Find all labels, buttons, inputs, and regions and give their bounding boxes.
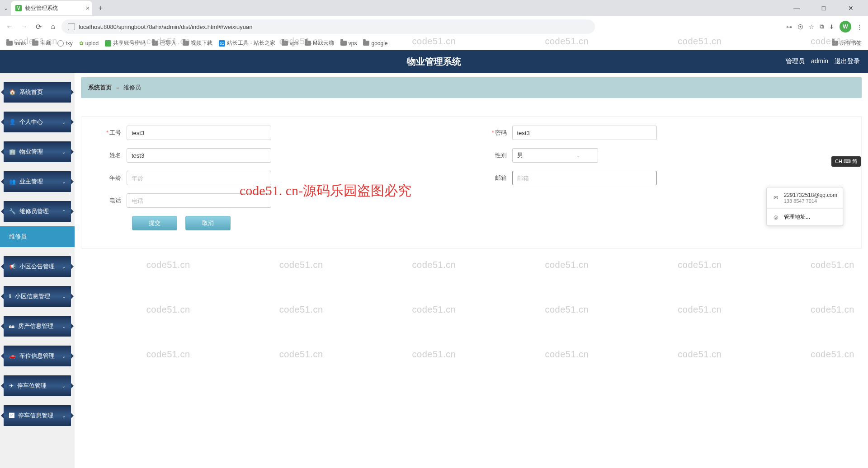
label-mima: *密码 — [485, 129, 512, 137]
sidebar-item-parkspace[interactable]: ✈停车位管理⌄ — [4, 375, 71, 396]
sidebar-item-label: 系统首页 — [19, 88, 43, 96]
menu-icon[interactable]: ⋮ — [857, 23, 863, 30]
cancel-button[interactable]: 取消 — [185, 216, 231, 230]
download-icon[interactable]: ⬇ — [829, 23, 834, 30]
nianling-input[interactable] — [127, 171, 271, 185]
autofill-manage-label: 管理地址... — [784, 213, 810, 221]
sidebar-item-home[interactable]: 🏠系统首页 — [4, 82, 71, 103]
chevron-up-icon: ⌃ — [62, 209, 66, 214]
bookmark-item[interactable]: google — [363, 40, 387, 47]
sidebar-item-community[interactable]: ℹ小区信息管理⌄ — [4, 286, 71, 307]
bookmark-item[interactable]: vpn — [282, 40, 298, 47]
forward-icon[interactable]: → — [20, 23, 28, 31]
user-icon: 👤 — [9, 119, 16, 125]
sidebar-item-parkinfo[interactable]: 🚗车位信息管理⌄ — [4, 346, 71, 366]
url-text: localhost:8080/springboot78ahx/admin/dis… — [79, 23, 252, 30]
sidebar-item-profile[interactable]: 👤个人中心⌄ — [4, 112, 71, 132]
window-controls: — □ ✕ — [788, 5, 864, 12]
home-icon[interactable]: ⌂ — [49, 23, 57, 31]
label-dianhua: 电话 — [99, 197, 127, 205]
bookmark-item[interactable]: 视频下载 — [183, 39, 212, 47]
ime-indicator[interactable]: CH ⌨ 简 — [831, 156, 861, 167]
reload-icon[interactable]: ⟳ — [34, 23, 42, 31]
browser-tab[interactable]: V 物业管理系统 × — [11, 1, 92, 15]
users-icon: 👥 — [9, 178, 16, 185]
xingming-input[interactable] — [127, 148, 271, 163]
close-icon[interactable]: × — [86, 5, 90, 12]
bookmark-item[interactable]: ✿uplod — [79, 40, 99, 47]
extensions-icon[interactable]: ⧉ — [820, 23, 824, 30]
tab-title: 物业管理系统 — [25, 5, 58, 12]
sidebar-item-property[interactable]: 🏢物业管理⌄ — [4, 141, 71, 162]
xingbie-select[interactable] — [512, 148, 598, 163]
chevron-down-icon: ⌄ — [62, 324, 66, 329]
sidebar-item-repair[interactable]: 🔧维修员管理⌃ — [4, 201, 71, 222]
autofill-suggestion[interactable]: ✉ 2291732518@qq.com 133 8547 7014 — [767, 187, 843, 208]
chevron-down-icon: ⌄ — [62, 264, 66, 269]
mail-icon: ✉ — [772, 194, 779, 201]
bookmarks-bar: tools 宝藏 txy ✿uplod 共享账号密码 已导入 视频下载 51站长… — [0, 37, 868, 50]
site-info-icon[interactable] — [68, 23, 75, 30]
chevron-down-icon: ⌄ — [62, 179, 66, 184]
bookmark-item[interactable]: 51站长工具 - 站长之家 — [219, 39, 275, 47]
page-title: 物业管理系统 — [407, 56, 461, 68]
chevron-down-icon: ⌄ — [62, 354, 66, 359]
bookmark-item[interactable]: tools — [6, 40, 26, 47]
bookmark-item[interactable]: 已导入 — [152, 39, 176, 47]
sidebar-item-announce[interactable]: 📢小区公告管理⌄ — [4, 256, 71, 277]
breadcrumb-home[interactable]: 系统首页 — [88, 84, 112, 92]
chevron-down-icon: ⌄ — [62, 120, 66, 125]
parking-icon: 🅿 — [9, 412, 14, 419]
label-gonghao: *工号 — [99, 129, 127, 137]
close-window-icon[interactable]: ✕ — [842, 5, 860, 12]
sidebar-item-label: 个人中心 — [19, 118, 43, 126]
bookmark-all[interactable]: 所有书签 — [832, 39, 862, 47]
autofill-popup: ✉ 2291732518@qq.com 133 8547 7014 ◎ 管理地址… — [766, 187, 843, 226]
autofill-manage[interactable]: ◎ 管理地址... — [767, 208, 843, 225]
autofill-phone: 133 8547 7014 — [784, 198, 837, 204]
autofill-email: 2291732518@qq.com — [784, 192, 837, 198]
bookmark-item[interactable]: Max云梯 — [305, 39, 334, 47]
mima-input[interactable] — [512, 126, 657, 140]
sidebar-item-owner[interactable]: 👥业主管理⌄ — [4, 171, 71, 192]
sidebar-item-estate[interactable]: 🏘房产信息管理⌄ — [4, 316, 71, 337]
breadcrumb-current: 维修员 — [123, 84, 141, 92]
gonghao-input[interactable] — [127, 126, 271, 140]
sidebar-item-label: 小区公告管理 — [19, 262, 55, 271]
favicon-icon: V — [15, 5, 22, 11]
sidebar-item-label: 业主管理 — [19, 178, 43, 186]
bookmark-item[interactable]: vps — [340, 40, 357, 47]
sidebar-subitem-label: 维修员 — [9, 233, 27, 240]
dianhua-input[interactable] — [127, 193, 271, 208]
profile-avatar[interactable]: W — [840, 21, 851, 33]
tab-dropdown-icon[interactable]: ⌄ — [4, 5, 8, 11]
send-icon: ✈ — [9, 383, 14, 389]
new-tab-button[interactable]: + — [95, 4, 106, 12]
bookmark-item[interactable]: 共享账号密码 — [105, 39, 146, 47]
back-icon[interactable]: ← — [5, 23, 14, 31]
user-role: 管理员 — [786, 57, 805, 65]
logout-link[interactable]: 退出登录 — [835, 57, 860, 65]
bookmark-item[interactable]: 宝藏 — [32, 39, 51, 47]
submit-button[interactable]: 提交 — [132, 216, 177, 230]
bookmark-item[interactable]: txy — [57, 40, 72, 47]
label-xingbie: 性别 — [485, 151, 512, 159]
url-input[interactable]: localhost:8080/springboot78ahx/admin/dis… — [61, 19, 595, 34]
info-icon: ℹ — [9, 293, 11, 300]
sidebar-item-parking[interactable]: 🅿停车信息管理⌄ — [4, 405, 71, 426]
minimize-icon[interactable]: — — [788, 5, 806, 12]
app-header: 物业管理系统 管理员 admin 退出登录 — [0, 50, 868, 73]
translate-icon[interactable]: ⦿ — [797, 23, 803, 30]
tab-bar: ⌄ V 物业管理系统 × + — □ ✕ — [0, 0, 868, 16]
sidebar-subitem-repairman[interactable]: 维修员 — [0, 226, 75, 247]
youxiang-input[interactable] — [512, 171, 657, 185]
form-card: *工号 姓名 年龄 电话 — [81, 116, 862, 249]
sidebar-item-label: 物业管理 — [19, 148, 43, 156]
sidebar-item-label: 小区信息管理 — [15, 292, 50, 300]
wrench-icon: 🔧 — [9, 208, 16, 215]
password-icon[interactable]: ⊶ — [786, 23, 792, 30]
sidebar-item-label: 维修员管理 — [19, 207, 49, 215]
maximize-icon[interactable]: □ — [815, 5, 833, 12]
star-icon[interactable]: ☆ — [809, 23, 814, 30]
chevron-down-icon: ⌄ — [62, 413, 66, 418]
